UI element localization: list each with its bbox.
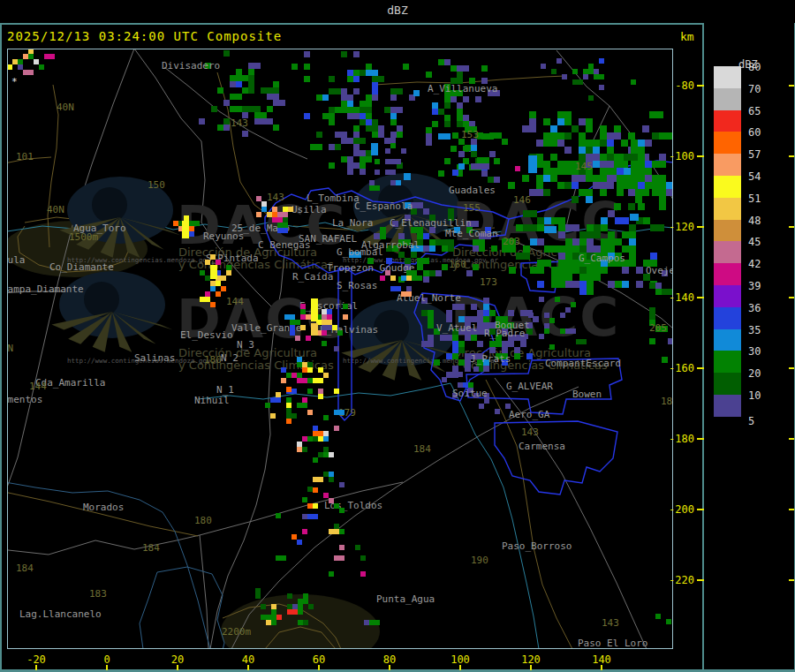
radar-echo-cell: [226, 270, 231, 276]
legend-label: 54: [748, 170, 761, 183]
radar-echo-cell: [272, 217, 277, 223]
radar-echo-cell: [372, 132, 378, 138]
radar-echo-cell: [267, 106, 273, 112]
radar-echo-cell: [557, 140, 564, 147]
radar-echo-cell: [471, 145, 477, 151]
place-label: Soitue: [452, 388, 488, 399]
radar-echo-cell: [483, 298, 489, 304]
radar-echo-cell: [271, 620, 276, 625]
legend-swatch: [714, 241, 741, 263]
place-label: Morados: [83, 502, 124, 513]
radar-echo-cell: [254, 118, 267, 125]
radar-echo-cell: [323, 415, 329, 420]
radar-echo-cell: [335, 107, 341, 113]
radar-echo-cell: [586, 147, 593, 154]
legend-swatch: [714, 307, 741, 329]
radar-echo-cell: [579, 189, 586, 196]
radar-echo-cell: [565, 281, 579, 288]
radar-echo-cell: [353, 88, 360, 94]
radar-echo-cell: [329, 529, 339, 534]
legend-swatch: [714, 395, 741, 417]
place-label: Divisadero: [162, 60, 220, 72]
legend-swatch: [714, 198, 741, 220]
radar-echo-cell: [286, 408, 292, 413]
radar-echo-cell: [347, 101, 353, 107]
radar-echo-cell: [277, 228, 288, 233]
place-label: G_Campos: [579, 253, 625, 264]
radar-echo-cell: [313, 431, 318, 436]
radar-echo-cell: [528, 313, 534, 318]
radar-echo-cell: [655, 614, 661, 619]
place-label: Tropezon Goudge: [327, 262, 414, 274]
radar-echo-cell: [465, 145, 471, 151]
radar-echo-cell: [442, 245, 448, 252]
radar-echo-cell: [417, 233, 423, 239]
place-label: N_2: [221, 352, 238, 364]
radar-echo-cell: [287, 604, 292, 609]
radar-echo-cell: [267, 94, 279, 100]
road-number-label: 143: [267, 192, 284, 203]
radar-echo-cell: [528, 155, 537, 173]
right-tick: [697, 226, 704, 228]
radar-echo-cell: [565, 307, 571, 313]
radar-echo-cell: [536, 182, 543, 189]
radar-echo-cell: [426, 133, 432, 140]
radar-echo-cell: [353, 138, 366, 144]
radar-echo-cell: [539, 297, 544, 302]
radar-echo-cell: [579, 175, 586, 182]
radar-echo-cell: [583, 74, 588, 79]
radar-echo-cell: [614, 125, 621, 132]
radar-echo-cell: [360, 156, 372, 162]
radar-echo-cell: [551, 274, 565, 281]
radar-echo-cell: [242, 131, 248, 137]
radar-echo-cell: [649, 307, 655, 313]
radar-echo-cell: [270, 413, 276, 419]
place-label: El_Desvio: [180, 329, 233, 341]
radar-echo-cell: [217, 125, 223, 131]
radar-echo-cell: [614, 161, 628, 168]
radar-echo-cell: [306, 314, 311, 320]
radar-echo-cell: [432, 109, 438, 115]
radar-echo-cell: [523, 245, 530, 253]
radar-echo-cell: [272, 207, 277, 212]
legend-label: 70: [748, 83, 761, 95]
radar-echo-cell: [522, 175, 529, 182]
radar-echo-cell: [318, 367, 323, 373]
radar-echo-cell: [248, 69, 254, 75]
radar-echo-cell: [401, 276, 406, 281]
radar-echo-cell: [457, 102, 463, 109]
radar-echo-cell: [483, 163, 489, 170]
radar-echo-cell: [281, 367, 286, 373]
right-tick: [789, 85, 794, 87]
radar-echo-cell: [579, 154, 586, 161]
radar-echo-cell: [624, 154, 638, 161]
radar-echo-cell: [302, 397, 307, 403]
radar-echo-cell: [438, 59, 444, 65]
radar-echo-cell: [469, 121, 475, 127]
radar-echo-cell: [329, 452, 334, 457]
radar-echo-cell: [452, 335, 458, 341]
radar-echo-cell: [579, 281, 587, 288]
radar-echo-cell: [479, 245, 485, 252]
radar-echo-cell: [329, 571, 334, 577]
legend-label: 39: [748, 280, 761, 292]
radar-echo-cell: [446, 335, 452, 341]
road-number-label: 1500m: [69, 231, 98, 243]
radar-echo-cell: [624, 182, 631, 189]
legend-label: 20: [748, 367, 761, 380]
radar-echo-cell: [364, 620, 369, 625]
place-label: aula: [8, 254, 26, 266]
radar-echo-cell: [276, 392, 281, 397]
radar-echo-cell: [318, 394, 323, 399]
radar-echo-cell: [375, 159, 380, 164]
radar-echo-cell: [438, 133, 450, 140]
legend-swatch: [714, 132, 741, 154]
place-label: Aero_GA: [509, 409, 550, 420]
radar-echo-cell: [550, 125, 557, 132]
radar-echo-cell: [579, 288, 587, 295]
radar-echo-cell: [556, 58, 562, 64]
radar-echo-cell: [347, 156, 353, 162]
radar-echo-cell: [446, 353, 452, 359]
radar-echo-cell: [300, 314, 306, 320]
radar-echo-cell: [652, 189, 659, 196]
